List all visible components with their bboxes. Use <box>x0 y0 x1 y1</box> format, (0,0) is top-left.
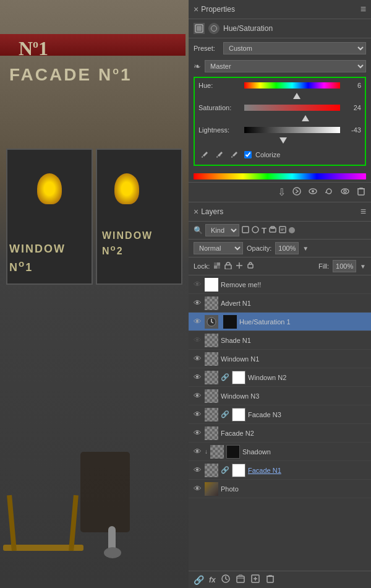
lightness-row: Lightness: -43 <box>198 126 361 134</box>
opacity-label: Opacity: <box>247 244 271 252</box>
hue-thumb-row <box>198 92 361 100</box>
visibility-icon[interactable]: 👁 <box>192 335 202 345</box>
svg-point-7 <box>341 189 349 194</box>
lightness-thumb[interactable] <box>279 137 287 144</box>
opacity-dropdown-icon[interactable]: ▼ <box>302 245 309 252</box>
layer-item[interactable]: 👁 Photo <box>189 480 371 498</box>
visibility-icon[interactable]: 👁 <box>192 280 202 289</box>
lock-image-icon[interactable] <box>224 262 232 271</box>
eyedropper-1[interactable] <box>198 149 211 161</box>
layers-menu-icon[interactable]: ≡ <box>360 206 366 217</box>
properties-close-icon[interactable]: × <box>194 4 198 14</box>
fill-label: Fill: <box>318 262 329 270</box>
layer-item[interactable]: 👁 Facade N2 <box>189 424 371 443</box>
toolbar-visibility-icon[interactable] <box>308 186 318 198</box>
kind-circle-dot[interactable] <box>289 227 295 233</box>
kind-row: 🔍 Kind T <box>189 222 371 240</box>
layer-link-icon: 🔗 <box>221 373 229 381</box>
layer-item[interactable]: 👁 🔗 Facade N1 <box>189 461 371 480</box>
visibility-icon[interactable]: 👁 <box>192 465 202 475</box>
kind-pixel-icon[interactable] <box>242 226 249 235</box>
layer-thumbnail <box>205 278 218 292</box>
layer-thumbnail <box>205 334 218 347</box>
adjustment-name: Hue/Saturation <box>223 24 273 33</box>
hue-thumb-track <box>244 92 340 100</box>
search-icon: 🔍 <box>194 226 203 235</box>
layers-list[interactable]: 👁 Remove me!! 👁 Advert N1 👁 <box>189 275 371 571</box>
blend-mode-select[interactable]: Normal <box>194 242 243 254</box>
visibility-icon[interactable]: 👁 <box>192 484 202 493</box>
visibility-icon[interactable]: 👁 <box>192 373 202 382</box>
toolbar-delete-icon[interactable] <box>356 186 366 198</box>
lock-transparency-icon[interactable] <box>213 262 221 271</box>
door-right <box>96 149 182 285</box>
layer-item[interactable]: 👁 Shade N1 <box>189 331 371 350</box>
layer-name: Shade N1 <box>221 337 367 344</box>
visibility-icon[interactable]: 👁 <box>192 410 202 419</box>
layer-delete-icon[interactable] <box>265 574 275 586</box>
layer-name: Advert N1 <box>221 300 367 307</box>
toolbar-prev-icon[interactable] <box>292 186 302 198</box>
lock-position-icon[interactable] <box>236 262 243 271</box>
kind-shape-icon[interactable] <box>269 226 276 235</box>
properties-menu-icon[interactable]: ≡ <box>360 4 366 15</box>
layer-name: Windown N3 <box>221 392 367 400</box>
kind-adjust-icon[interactable] <box>252 226 259 235</box>
saturation-thumb[interactable] <box>302 115 309 121</box>
svg-point-8 <box>344 190 346 192</box>
eyedropper-3[interactable]: - <box>228 149 241 161</box>
fill-input[interactable] <box>333 260 356 272</box>
visibility-icon[interactable]: 👁 <box>192 298 202 308</box>
layer-item[interactable]: 👁 Windown N1 <box>189 350 371 368</box>
preset-select[interactable]: Custom <box>223 42 366 54</box>
layer-item[interactable]: 👁 Windown N3 <box>189 387 371 405</box>
toolbar-clip-icon[interactable]: ⇩ <box>278 186 286 198</box>
layer-adjustment-icon[interactable] <box>221 574 231 586</box>
visibility-icon[interactable]: 👁 <box>192 354 202 363</box>
lightness-track[interactable] <box>244 127 340 133</box>
layer-item[interactable]: 👁 Advert N1 <box>189 294 371 313</box>
layer-thumbnail <box>205 426 218 440</box>
opacity-input[interactable] <box>275 242 299 254</box>
layer-fx-icon[interactable]: fx <box>209 576 216 584</box>
visibility-icon[interactable]: 👁 <box>192 317 202 326</box>
layer-add-icon[interactable] <box>250 574 260 586</box>
photo-background: No1 FACADE No1 WINDOWNo1 WINDOWNo2 <box>0 0 189 588</box>
colorize-row: + - Colorize <box>198 149 361 161</box>
svg-rect-1 <box>197 26 202 31</box>
layer-thumbnail <box>205 482 218 496</box>
visibility-icon[interactable]: 👁 <box>192 428 202 438</box>
channel-select[interactable]: Master <box>205 60 366 72</box>
layer-name: Shadown <box>242 448 367 456</box>
visibility-icon[interactable]: 👁 <box>192 391 202 400</box>
layer-item[interactable]: 👁 🔗 Windown N2 <box>189 368 371 387</box>
kind-smart-icon[interactable] <box>279 226 286 235</box>
layer-thumbnail-adj <box>205 315 218 329</box>
colorize-checkbox[interactable] <box>244 151 252 158</box>
svg-rect-20 <box>248 264 253 268</box>
layer-link-bottom-icon[interactable]: 🔗 <box>194 575 204 585</box>
saturation-track[interactable] <box>244 105 340 111</box>
hue-thumb[interactable] <box>293 93 301 99</box>
kind-text-icon[interactable]: T <box>262 226 267 235</box>
svg-rect-10 <box>242 227 249 233</box>
layer-item[interactable]: 👁 ↓ Shadown <box>189 443 371 461</box>
lock-artboard-icon[interactable] <box>247 262 254 271</box>
fill-dropdown-icon[interactable]: ▼ <box>360 263 366 270</box>
layer-thumbnail <box>205 389 218 403</box>
eyedropper-2[interactable]: + <box>213 149 226 161</box>
visibility-icon[interactable]: 👁 <box>192 447 202 456</box>
layer-mask <box>232 371 245 384</box>
layers-bottom-bar: 🔗 fx <box>189 571 371 588</box>
toolbar-view-icon[interactable] <box>340 186 350 198</box>
layer-item[interactable]: 👁 Hue/Saturation 1 <box>189 313 371 331</box>
layer-group-icon[interactable] <box>236 574 245 586</box>
layers-close-icon[interactable]: × <box>194 207 198 217</box>
right-panel: × Properties ≡ Hue/Saturation Preset: Cu… <box>189 0 371 588</box>
layer-mask <box>223 315 237 329</box>
toolbar-reset-icon[interactable] <box>324 186 334 198</box>
layer-item[interactable]: 👁 🔗 Facade N3 <box>189 405 371 424</box>
layer-item[interactable]: 👁 Remove me!! <box>189 275 371 294</box>
hue-track[interactable] <box>244 82 340 89</box>
kind-select[interactable]: Kind <box>205 224 239 236</box>
